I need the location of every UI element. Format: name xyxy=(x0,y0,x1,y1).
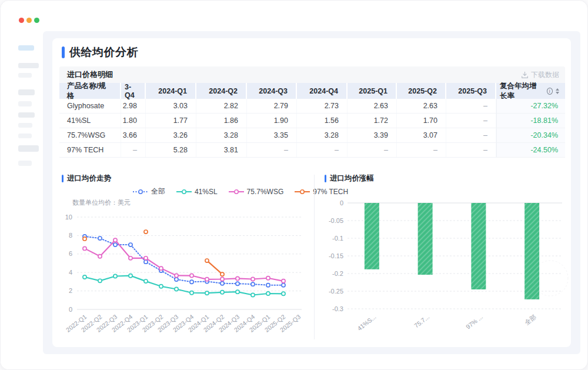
svg-text:41%S...: 41%S... xyxy=(356,313,377,332)
change-title-accent-bar xyxy=(325,175,326,182)
svg-text:-0.3: -0.3 xyxy=(332,305,343,312)
price-cell: 1.86 xyxy=(196,114,247,128)
sidebar-item[interactable] xyxy=(18,101,32,106)
trend-chart-svg: 02468102022-Q12022-Q22022-Q32022-Q42023-… xyxy=(57,204,309,342)
price-cell: 2.79 xyxy=(247,99,297,113)
window-minimize-button[interactable] xyxy=(26,18,32,23)
cagr-cell: -20.34% xyxy=(496,128,565,142)
table-toolbar: 进口价格明细 下载数据 xyxy=(59,66,565,83)
sidebar-item[interactable] xyxy=(18,161,32,166)
svg-text:-0.25: -0.25 xyxy=(329,288,343,295)
change-chart-svg: 0-0.05-0.1-0.15-0.2-0.25-0.341%S...75.7.… xyxy=(320,195,572,346)
cagr-info-icon[interactable]: i xyxy=(547,88,553,95)
price-cell: 3.35 xyxy=(247,128,297,142)
price-cell: 2.98 xyxy=(121,99,146,113)
legend-label: 75.7%WSG xyxy=(247,188,284,196)
price-cell: 1.77 xyxy=(146,114,196,128)
price-cell: 3.28 xyxy=(196,128,247,142)
section-divider xyxy=(314,175,315,339)
legend-marker xyxy=(229,189,244,195)
price-cell: – xyxy=(247,143,297,157)
price-cell: – xyxy=(446,114,496,128)
sidebar-item-active[interactable] xyxy=(18,45,34,51)
sort-down-arrow xyxy=(556,92,559,94)
price-cell: – xyxy=(446,99,496,113)
price-cell: 3.39 xyxy=(348,128,397,142)
price-cell: 3.03 xyxy=(146,99,196,113)
svg-text:0: 0 xyxy=(69,306,72,313)
legend-item-75.7%WSG[interactable]: 75.7%WSG xyxy=(229,186,284,196)
price-cell: 3.07 xyxy=(397,128,446,142)
price-cell: 2.63 xyxy=(397,99,446,113)
bar-41%S...[interactable] xyxy=(365,203,379,269)
price-cell: 3.26 xyxy=(146,128,196,142)
svg-text:-0.05: -0.05 xyxy=(329,217,343,224)
table-row[interactable]: 41%SL1.801.771.861.901.561.721.70–-18.81… xyxy=(59,114,565,128)
bar-97% ...[interactable] xyxy=(471,203,486,289)
sort-icon[interactable] xyxy=(556,88,559,94)
table-header-row: 产品名称/规格3-Q42024-Q12024-Q22024-Q32024-Q42… xyxy=(59,83,565,99)
import-price-table: 产品名称/规格3-Q42024-Q12024-Q22024-Q32024-Q42… xyxy=(59,83,565,158)
sidebar-item[interactable] xyxy=(18,145,39,152)
sidebar-item[interactable] xyxy=(18,89,35,95)
legend-item-全部[interactable]: 全部 xyxy=(133,186,165,196)
svg-text:-0.15: -0.15 xyxy=(329,252,343,259)
trend-chart: 02468102022-Q12022-Q22022-Q32022-Q42023-… xyxy=(57,204,309,344)
window-zoom-button[interactable] xyxy=(34,18,39,23)
svg-text:8: 8 xyxy=(69,232,72,239)
download-data-button[interactable]: 下载数据 xyxy=(521,70,559,80)
price-cell: – xyxy=(121,143,146,157)
legend-item-41%SL[interactable]: 41%SL xyxy=(176,186,218,196)
svg-text:6: 6 xyxy=(69,250,72,257)
window-close-button[interactable] xyxy=(19,18,24,23)
sidebar-item[interactable] xyxy=(18,73,32,78)
price-cell: 1.72 xyxy=(348,114,397,128)
download-icon xyxy=(521,71,529,79)
product-name-cell: 97% TECH xyxy=(59,143,121,157)
table-row[interactable]: 75.7%WSG3.663.263.283.353.283.393.07–-20… xyxy=(59,128,565,143)
price-cell: 1.80 xyxy=(121,114,146,128)
price-cell: 2.73 xyxy=(297,99,348,113)
column-header: 产品名称/规格 xyxy=(59,83,121,99)
column-header: 2024-Q2 xyxy=(196,83,247,99)
trend-chart-title-block: 进口均价走势 xyxy=(62,174,111,184)
content-panel: 供给均价分析 进口价格明细 下载数据 产品名称/规格3-Q42024-Q1202… xyxy=(43,31,580,354)
column-header: 2025-Q3 xyxy=(446,83,496,99)
column-header: 2024-Q1 xyxy=(146,83,196,99)
svg-text:75.7...: 75.7... xyxy=(413,313,430,329)
svg-text:0: 0 xyxy=(340,199,343,206)
price-cell: 5.28 xyxy=(146,143,196,157)
price-cell: – xyxy=(397,143,446,157)
table-row[interactable]: Glyphosate2.983.032.822.792.732.632.63–-… xyxy=(59,99,565,114)
app-window: 供给均价分析 进口价格明细 下载数据 产品名称/规格3-Q42024-Q1202… xyxy=(0,0,588,370)
sidebar-item[interactable] xyxy=(18,63,39,68)
legend-marker xyxy=(176,189,192,195)
download-data-label: 下载数据 xyxy=(531,70,559,80)
bar-75.7...[interactable] xyxy=(418,203,433,275)
price-cell: 1.70 xyxy=(397,114,446,128)
svg-text:4: 4 xyxy=(69,269,72,276)
change-chart-title-block: 进口均价涨幅 xyxy=(325,174,374,184)
bar-全部[interactable] xyxy=(524,203,539,299)
price-cell: 3.66 xyxy=(121,128,146,142)
column-header[interactable]: 复合年均增长率i xyxy=(496,83,565,99)
page-title: 供给均价分析 xyxy=(69,45,138,60)
legend-marker xyxy=(133,189,148,195)
price-cell: – xyxy=(348,143,397,157)
table-row[interactable]: 97% TECH–5.283.81–––––-24.50% xyxy=(59,143,565,158)
column-header: 2025-Q1 xyxy=(348,83,397,99)
product-name-cell: 75.7%WSG xyxy=(59,128,121,142)
svg-text:-0.1: -0.1 xyxy=(332,235,343,242)
sort-up-arrow xyxy=(556,88,559,91)
page-title-block: 供给均价分析 xyxy=(62,45,138,60)
cagr-cell: -24.50% xyxy=(496,143,565,157)
legend-label: 41%SL xyxy=(195,188,218,196)
sidebar-item[interactable] xyxy=(18,134,32,138)
cagr-cell: -18.81% xyxy=(496,114,565,128)
sidebar-item[interactable] xyxy=(18,123,32,128)
price-cell: – xyxy=(297,143,348,157)
price-cell: 3.81 xyxy=(196,143,247,157)
price-cell: 2.63 xyxy=(348,99,397,113)
sidebar-item[interactable] xyxy=(18,112,35,118)
product-name-cell: Glyphosate xyxy=(59,99,121,113)
